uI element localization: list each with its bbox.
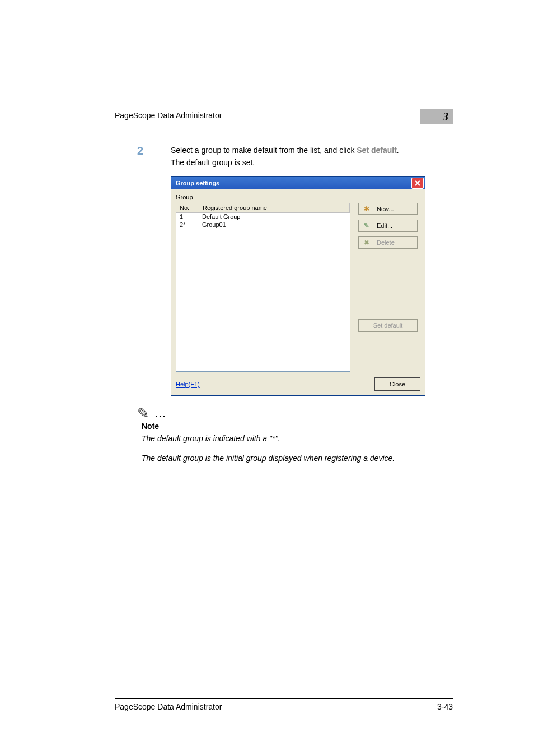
set-default-button: Set default — [358, 319, 418, 332]
group-list[interactable]: No. Registered group name 1 Default Grou… — [176, 203, 350, 372]
header-title: PageScope Data Administrator — [115, 111, 222, 122]
edit-button-label: Edit... — [377, 222, 392, 229]
new-button[interactable]: ✱ New... — [358, 203, 418, 215]
group-tab-label[interactable]: Group — [176, 194, 420, 200]
note-block: ✎ … Note The default group is indicated … — [137, 406, 453, 464]
set-default-button-label: Set default — [373, 322, 403, 329]
step-number: 2 — [115, 144, 171, 169]
chapter-number: 3 — [420, 109, 453, 124]
row-no: 1 — [176, 213, 199, 220]
note-text-2: The default group is the initial group d… — [142, 452, 453, 464]
list-header: No. Registered group name — [176, 203, 350, 213]
close-icon[interactable] — [411, 178, 424, 189]
row-name: Group01 — [199, 221, 350, 228]
page-footer: PageScope Data Administrator 3-43 — [115, 698, 453, 711]
row-name: Default Group — [199, 213, 350, 220]
delete-button: ✖ Delete — [358, 236, 418, 249]
note-icon: ✎ — [137, 406, 149, 421]
dialog-title: Group settings — [176, 180, 219, 186]
group-settings-dialog: Group settings Group No. Registered grou… — [171, 176, 425, 396]
note-label: Note — [142, 422, 453, 431]
delete-button-label: Delete — [377, 239, 395, 246]
set-default-label: Set default — [357, 146, 397, 155]
new-button-label: New... — [377, 206, 394, 212]
step-body: Select a group to make default from the … — [171, 144, 453, 169]
footer-right: 3-43 — [437, 702, 453, 711]
close-button[interactable]: Close — [374, 377, 420, 391]
help-link[interactable]: Help(F1) — [176, 381, 200, 388]
footer-left: PageScope Data Administrator — [115, 702, 222, 711]
col-name[interactable]: Registered group name — [199, 203, 350, 212]
step-text-part2: . — [397, 146, 399, 155]
edit-icon: ✎ — [362, 222, 371, 230]
edit-button[interactable]: ✎ Edit... — [358, 220, 418, 232]
col-no[interactable]: No. — [176, 203, 199, 212]
close-button-label: Close — [390, 381, 405, 388]
delete-icon: ✖ — [362, 239, 371, 246]
page-header: PageScope Data Administrator 3 — [115, 109, 453, 124]
new-icon: ✱ — [362, 205, 371, 213]
step-2: 2 Select a group to make default from th… — [115, 144, 453, 169]
step-text-part1: Select a group to make default from the … — [171, 146, 357, 155]
table-row[interactable]: 1 Default Group — [176, 213, 350, 221]
step-text-line2: The default group is set. — [171, 157, 453, 169]
table-row[interactable]: 2* Group01 — [176, 221, 350, 228]
note-text-1: The default group is indicated with a "*… — [142, 433, 453, 445]
row-no: 2* — [176, 221, 199, 228]
dialog-titlebar: Group settings — [171, 177, 425, 189]
ellipsis-icon: … — [154, 407, 168, 419]
dialog-screenshot: Group settings Group No. Registered grou… — [171, 176, 424, 396]
